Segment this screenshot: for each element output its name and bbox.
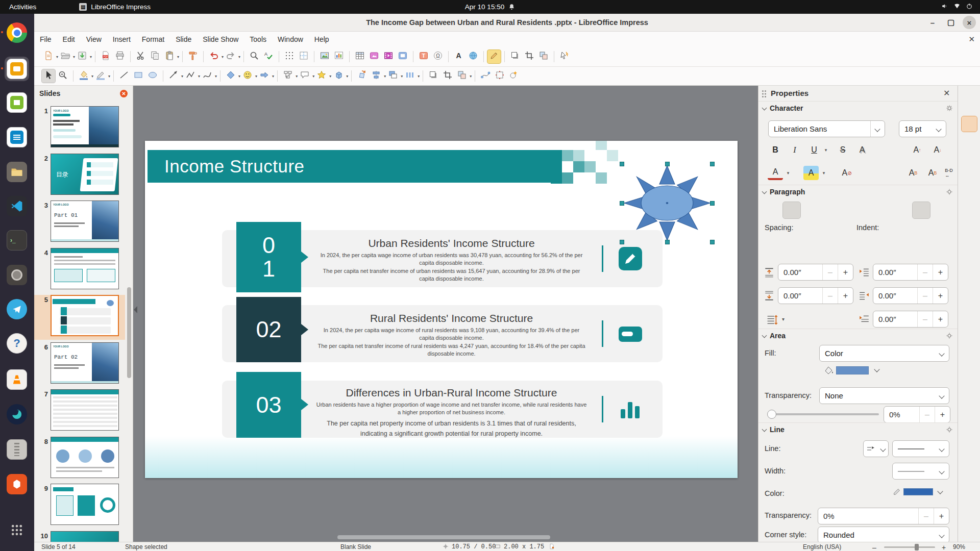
language-status[interactable]: English (USA): [803, 543, 841, 550]
slide-thumbnail-2[interactable]: 目录: [51, 154, 119, 195]
menu-slide[interactable]: Slide: [170, 33, 197, 45]
focused-app-indicator[interactable]: ▤ LibreOffice Impress: [79, 3, 151, 11]
crop-button[interactable]: [441, 69, 454, 83]
section-2-text[interactable]: Rural Residents' Income Structure In 202…: [315, 312, 587, 358]
menu-insert[interactable]: Insert: [107, 33, 136, 45]
document-modified-icon[interactable]: [549, 543, 555, 551]
close-properties-icon[interactable]: ✕: [943, 88, 950, 98]
increase-spacing-button[interactable]: [768, 238, 783, 252]
export-pdf-button[interactable]: PDF: [99, 50, 112, 63]
spacing-above-field[interactable]: 0.00″ –+: [778, 264, 853, 281]
font-color-button[interactable]: A: [768, 166, 783, 180]
dock-item-archive-manager[interactable]: [5, 437, 29, 462]
valign-bottom-button[interactable]: [932, 202, 949, 218]
ellipse-button[interactable]: [146, 69, 159, 83]
slide-thumbnail-1[interactable]: YOUR LOGO: [51, 106, 119, 147]
insert-chart-button[interactable]: [332, 50, 346, 63]
font-color-dropdown-icon[interactable]: ▾: [784, 166, 792, 180]
stars-dropdown-icon[interactable]: ▾: [329, 74, 331, 79]
line-transparency-field[interactable]: 0% –+: [818, 508, 949, 524]
dock-item-browser-app[interactable]: [5, 402, 29, 427]
subscript-button[interactable]: AB: [925, 166, 940, 180]
insert-image-button[interactable]: [318, 50, 331, 63]
flowchart-dropdown-icon[interactable]: ▾: [296, 74, 298, 79]
tab-properties[interactable]: [962, 116, 977, 132]
hyperlink-button[interactable]: [467, 50, 480, 63]
section-2-number-box[interactable]: 02: [236, 297, 301, 362]
character-spacing-button[interactable]: B-D↔: [941, 166, 957, 180]
menu-edit[interactable]: Edit: [57, 33, 81, 45]
decrease-font-size-button[interactable]: A↓: [930, 143, 945, 157]
slides-panel-scrollbar[interactable]: [127, 86, 131, 542]
scrollbar-thumb[interactable]: [337, 535, 550, 539]
slide-thumbnail-5[interactable]: [51, 295, 119, 336]
paint-bucket-icon[interactable]: [824, 365, 834, 377]
decrement-button[interactable]: –: [822, 288, 838, 304]
basic-shapes-dropdown-icon[interactable]: ▾: [238, 74, 240, 79]
minimize-button[interactable]: –: [926, 16, 939, 29]
slide-canvas[interactable]: Income Structure 0 1 02 03 Urban Residen…: [139, 86, 758, 542]
selection-handle[interactable]: [710, 201, 715, 206]
section-1-number-box[interactable]: 0 1: [236, 222, 301, 292]
highlight-dropdown-icon[interactable]: ▾: [820, 166, 828, 180]
paste-dropdown-icon[interactable]: ▾: [177, 55, 179, 59]
new-document-button[interactable]: [42, 50, 55, 63]
fill-color-swatch[interactable]: [836, 366, 869, 374]
animation-button[interactable]: [507, 69, 521, 83]
symbol-shapes-button[interactable]: [241, 69, 254, 83]
line-arrow-dropdown-icon[interactable]: ▾: [181, 74, 183, 79]
area-section-header[interactable]: Area: [758, 329, 958, 342]
selection-handle[interactable]: [710, 240, 715, 244]
line-color-swatch[interactable]: [903, 488, 933, 495]
superscript-button[interactable]: AB: [905, 166, 921, 180]
undo-button[interactable]: [207, 50, 220, 63]
selection-handle[interactable]: [710, 162, 715, 166]
insert-line-button[interactable]: [117, 69, 131, 83]
tab-styles[interactable]: A: [962, 140, 977, 155]
highlight-color-button[interactable]: A: [803, 166, 819, 180]
menu-view[interactable]: View: [81, 33, 107, 45]
dock-item-vlc[interactable]: [5, 367, 29, 392]
corner-style-select[interactable]: Rounded: [818, 527, 949, 543]
dock-item-file-manager[interactable]: [5, 160, 29, 184]
gear-icon[interactable]: [946, 105, 953, 112]
3d-objects-button[interactable]: [332, 69, 345, 83]
align-right-button[interactable]: [802, 202, 820, 218]
fill-color-dropdown-icon[interactable]: [874, 366, 879, 372]
line-color-dropdown-icon[interactable]: [937, 488, 943, 494]
insert-media-button[interactable]: [382, 50, 395, 63]
tab-gallery[interactable]: [962, 163, 977, 179]
tab-navigator[interactable]: [962, 187, 977, 202]
close-document-icon[interactable]: ✕: [968, 35, 975, 44]
block-arrows-button[interactable]: [258, 69, 271, 83]
insert-ole-button[interactable]: [396, 50, 409, 63]
new-document-dropdown-icon[interactable]: ▾: [56, 55, 58, 59]
open-file-dropdown-icon[interactable]: ▾: [73, 55, 75, 59]
increment-button[interactable]: +: [934, 508, 949, 524]
callouts-dropdown-icon[interactable]: ▾: [312, 74, 314, 79]
italic-button[interactable]: I: [787, 143, 802, 157]
callouts-button[interactable]: [298, 69, 311, 83]
gear-icon[interactable]: [946, 332, 953, 339]
dock-item-chrome[interactable]: [5, 20, 29, 45]
decrement-button[interactable]: –: [917, 264, 933, 280]
distribute-button[interactable]: [403, 69, 416, 83]
font-name-select[interactable]: Liberation Sans: [768, 120, 885, 137]
increment-button[interactable]: +: [838, 288, 853, 304]
font-size-select[interactable]: 18 pt: [899, 120, 946, 137]
volume-icon[interactable]: [941, 3, 948, 11]
line-spacing-dropdown-icon[interactable]: ▾: [782, 316, 785, 322]
align-justify-button[interactable]: [822, 202, 839, 218]
clock[interactable]: Apr 10 15:50: [465, 3, 504, 11]
valign-top-button[interactable]: [893, 202, 911, 218]
valign-center-button[interactable]: [913, 202, 930, 218]
align-dropdown-icon[interactable]: ▾: [384, 74, 386, 79]
fill-color-dropdown-icon[interactable]: ▾: [91, 74, 93, 79]
area-transparency-field[interactable]: 0% –+: [884, 406, 950, 423]
shadow-button[interactable]: [508, 50, 522, 63]
copy-button[interactable]: [149, 50, 162, 63]
glue-points-button[interactable]: [493, 69, 506, 83]
select-button[interactable]: [42, 69, 55, 83]
save-dropdown-icon[interactable]: ▾: [90, 55, 92, 59]
section-3-number-box[interactable]: 03: [236, 372, 301, 438]
